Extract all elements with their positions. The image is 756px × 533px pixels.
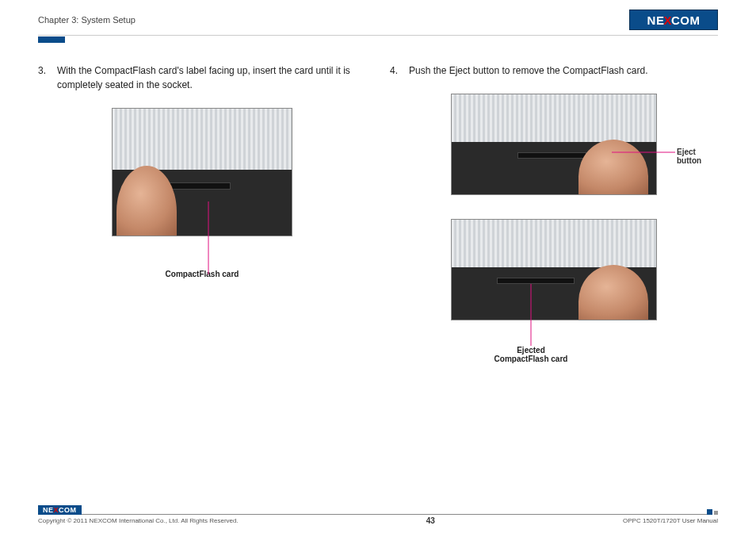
insert-card-photo	[112, 108, 292, 236]
page-number: 43	[426, 516, 435, 525]
copyright-text: Copyright © 2011 NEXCOM International Co…	[38, 517, 239, 524]
header-divider	[38, 35, 718, 36]
compactflash-label: CompactFlash card	[38, 270, 366, 278]
footer-bar: NEXCOM	[38, 505, 718, 515]
footer-logo-post: COM	[59, 506, 77, 514]
ejected-card-label: Ejected CompactFlash card	[483, 346, 578, 363]
page-header: Chapter 3: System Setup NEXCOM	[38, 10, 718, 30]
chapter-title: Chapter 3: System Setup	[38, 15, 136, 25]
logo-text-pre: NE	[647, 13, 665, 27]
eject-button-photo	[451, 94, 657, 195]
step-3: 3. With the CompactFlash card's label fa…	[38, 63, 366, 92]
footer-rule	[82, 505, 707, 515]
step-4: 4. Push the Eject button to remove the C…	[390, 63, 718, 78]
step-number: 3.	[38, 63, 49, 92]
eject-button-label: Eject button	[677, 148, 718, 165]
footer-row: Copyright © 2011 NEXCOM International Co…	[38, 516, 718, 525]
footer-logo: NEXCOM	[38, 505, 82, 515]
step-text: Push the Eject button to remove the Comp…	[409, 63, 718, 78]
ejected-card-graphic	[497, 278, 575, 284]
footer-ornament	[707, 505, 718, 515]
step-number: 4.	[390, 63, 401, 78]
brand-logo: NEXCOM	[629, 10, 718, 30]
heatsink-fins	[452, 220, 656, 267]
left-column: 3. With the CompactFlash card's label fa…	[38, 63, 366, 477]
cf-slot	[517, 152, 587, 159]
margin-tab	[38, 36, 65, 43]
heatsink-fins	[452, 94, 656, 142]
logo-text-post: COM	[671, 13, 701, 27]
heatsink-fins	[113, 109, 292, 170]
page-footer: NEXCOM Copyright © 2011 NEXCOM Internati…	[38, 505, 718, 525]
manual-title: OPPC 1520T/1720T User Manual	[623, 517, 718, 524]
step-text: With the CompactFlash card's label facin…	[57, 63, 366, 92]
content-area: 3. With the CompactFlash card's label fa…	[38, 63, 718, 477]
card-ejected-photo	[451, 219, 657, 320]
cf-slot	[170, 182, 231, 190]
footer-logo-pre: NE	[43, 506, 54, 514]
ejected-label-line1: Ejected	[483, 346, 578, 355]
right-column: 4. Push the Eject button to remove the C…	[390, 63, 718, 477]
ejected-label-line2: CompactFlash card	[483, 355, 578, 363]
